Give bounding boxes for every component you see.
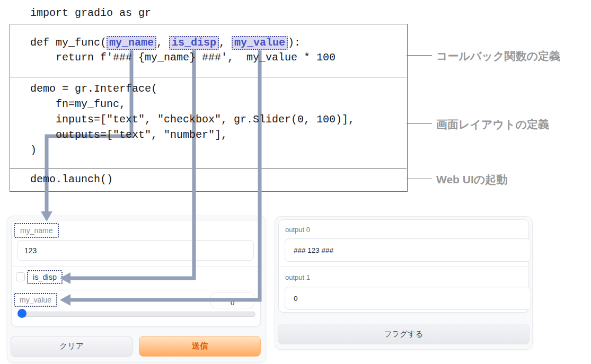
code-interface-line-3: inputs=["text", "checkbox", gr.Slider(0,… (30, 113, 355, 126)
annotation-callback: コールバック関数の定義 (436, 49, 560, 64)
annotation-layout: 画面レイアウトの定義 (436, 117, 549, 132)
inputs-panel-divider-2 (12, 290, 259, 290)
code-def-line: def my_func(my_name, is_disp, my_value): (30, 36, 301, 50)
code-sep-2: , (219, 37, 232, 49)
callout-line-callback (407, 55, 432, 56)
diagram-canvas: import gradio as gr def my_func(my_name,… (0, 0, 591, 364)
code-return-line: return f'### {my_name} ###', my_value * … (30, 51, 336, 64)
flag-button[interactable]: フラグする (278, 324, 530, 344)
output-0-label: output 0 (285, 226, 310, 234)
code-interface-line-1: demo = gr.Interface( (30, 83, 157, 95)
callout-line-launch (407, 179, 432, 179)
code-launch-line: demo.launch() (30, 173, 113, 186)
my-name-input[interactable] (17, 240, 254, 261)
clear-button[interactable]: クリア (11, 336, 133, 357)
my-name-label: my_name (14, 223, 59, 238)
is-disp-checkbox[interactable] (16, 272, 25, 281)
outputs-panel-divider (279, 266, 527, 267)
inputs-panel-divider-1 (12, 267, 259, 267)
param-highlight-my-value: my_value (232, 36, 288, 50)
submit-button[interactable]: 送信 (139, 336, 261, 357)
slider-value-input[interactable]: 0 (210, 292, 254, 308)
slider-handle[interactable] (17, 309, 27, 318)
code-sep-1: , (156, 37, 169, 49)
output-0-box: ### 123 ### (285, 238, 531, 262)
code-section-divider-2 (10, 168, 407, 169)
is-disp-label[interactable]: is_disp (27, 270, 63, 284)
code-def-prefix: def my_func( (30, 37, 107, 49)
code-import-line: import gradio as gr (30, 7, 151, 20)
output-1-label: output 1 (285, 273, 310, 281)
code-section-divider-1 (10, 77, 407, 77)
code-interface-line-5: ) (30, 144, 37, 157)
param-highlight-is-disp: is_disp (169, 36, 219, 50)
code-interface-line-2: fn=my_func, (30, 98, 126, 111)
callout-line-layout (407, 123, 432, 124)
code-interface-line-4: outputs=["text", "number"], (30, 129, 227, 141)
my-value-slider[interactable] (17, 312, 255, 317)
my-value-label: my_value (14, 293, 57, 307)
output-1-box: 0 (285, 287, 531, 310)
annotation-launch: Web UIの起動 (436, 172, 507, 187)
param-highlight-my-name: my_name (107, 36, 156, 50)
code-def-suffix: ): (288, 37, 301, 49)
